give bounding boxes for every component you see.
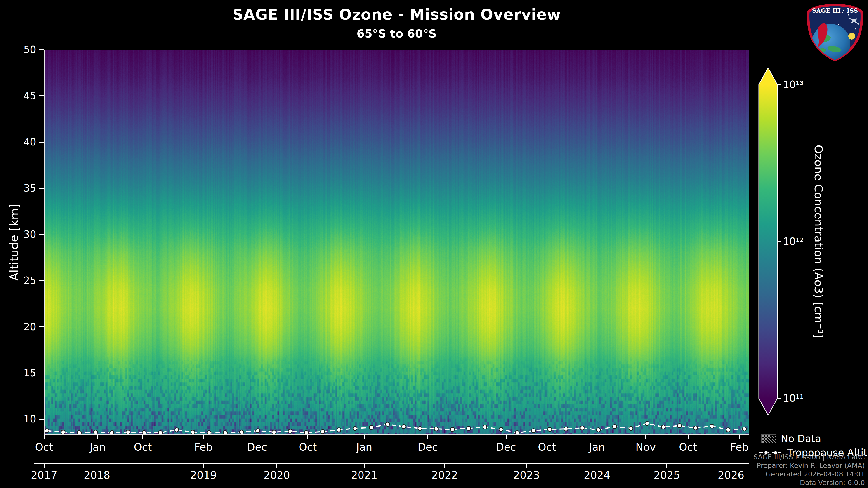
y-axis-tick-label: 20: [10, 321, 36, 333]
credits-block: SAGE III/ISS Mission | NASA LaRC Prepare…: [753, 453, 865, 487]
credit-line: Generated 2026-04-08 14:01: [753, 470, 865, 479]
x-axis-month-tick: [307, 435, 308, 440]
y-axis-tick: [39, 234, 44, 235]
x-axis-year-tick: [276, 463, 277, 468]
no-data-label: No Data: [781, 433, 821, 445]
colorbar-tick-label: 10¹³: [783, 79, 804, 91]
y-axis-tick-label: 50: [10, 44, 36, 56]
x-axis-year-tick: [203, 463, 204, 468]
plot-spine-left: [44, 50, 45, 435]
x-axis-year-label: 2021: [344, 469, 384, 481]
x-axis-month-label: Oct: [26, 441, 62, 453]
x-axis-month-label: Dec: [410, 441, 446, 453]
plot-spine-right: [749, 50, 749, 435]
y-axis-tick-label: 30: [10, 229, 36, 240]
logo-earth: [811, 24, 850, 63]
colorbar-body: [759, 68, 777, 415]
x-axis-year-label: 2018: [76, 469, 117, 481]
x-axis-month-label: Dec: [488, 441, 524, 453]
y-axis-tick-label: 35: [10, 182, 36, 194]
figure: SAGE III/ISS Ozone - Mission Overview 65…: [0, 0, 868, 488]
year-axis-line: [34, 463, 749, 464]
logo-text: SAGE III · ISS: [812, 7, 858, 14]
logo-sun: [848, 33, 855, 39]
colorbar-tick: [777, 241, 781, 242]
colorbar-tick-label: 10¹²: [783, 236, 804, 248]
credit-line: SAGE III/ISS Mission | NASA LaRC: [753, 453, 865, 461]
x-axis-month-tick: [256, 435, 257, 440]
x-axis-month-tick: [645, 435, 646, 440]
x-axis-year-label: 2026: [711, 469, 751, 481]
chart-subtitle: 65°S to 60°S: [44, 27, 749, 40]
legend-no-data: No Data: [761, 433, 821, 445]
x-axis-year-tick: [43, 463, 44, 468]
x-axis-year-label: 2020: [256, 469, 297, 481]
x-axis-month-label: Jan: [579, 441, 615, 453]
x-axis-month-tick: [596, 435, 597, 440]
x-axis-month-label: Feb: [721, 441, 757, 453]
no-data-hatch-icon: [761, 434, 776, 443]
y-axis-label: Altitude [km]: [7, 203, 21, 281]
y-axis-tick: [39, 372, 44, 373]
x-axis-month-label: Oct: [125, 441, 161, 453]
colorbar-tick-label: 10¹¹: [783, 392, 804, 404]
x-axis-year-label: 2022: [424, 469, 465, 481]
x-axis-month-label: Jan: [80, 441, 116, 453]
x-axis-month-tick: [739, 435, 740, 440]
y-axis-tick: [39, 49, 44, 50]
x-axis-month-tick: [427, 435, 428, 440]
x-axis-month-tick: [364, 435, 365, 440]
y-axis-tick-label: 15: [10, 367, 36, 379]
credit-line: Data Version: 6.0.0: [753, 479, 865, 487]
x-axis-month-label: Jan: [346, 441, 382, 453]
x-axis-year-tick: [731, 463, 732, 468]
y-axis-tick-label: 45: [10, 90, 36, 102]
colorbar: [758, 67, 778, 416]
plot-spine-bottom: [44, 434, 749, 435]
x-axis-month-tick: [547, 435, 548, 440]
x-axis-month-tick: [688, 435, 688, 440]
x-axis-year-label: 2024: [577, 469, 617, 481]
x-axis-year-label: 2023: [506, 469, 547, 481]
credit-line: Preparer: Kevin R. Leavor (AMA): [753, 461, 865, 470]
y-axis-tick: [39, 188, 44, 189]
x-axis-month-label: Feb: [185, 441, 221, 453]
x-axis-month-tick: [203, 435, 204, 440]
y-axis-tick: [39, 326, 44, 327]
y-axis-tick: [39, 280, 44, 281]
x-axis-year-tick: [364, 463, 365, 468]
y-axis-tick: [39, 142, 44, 142]
plot-spine-top: [44, 50, 749, 51]
x-axis-month-label: Oct: [529, 441, 565, 453]
colorbar-tick: [777, 84, 781, 85]
x-axis-month-tick: [143, 435, 143, 440]
x-axis-year-label: 2025: [647, 469, 687, 481]
sage-iii-iss-logo: SAGE III · ISS: [804, 3, 866, 63]
tropopause-overlay-canvas: [44, 50, 749, 435]
x-axis-year-label: 2019: [183, 469, 224, 481]
x-axis-month-label: Dec: [239, 441, 275, 453]
x-axis-year-tick: [96, 463, 97, 468]
chart-title: SAGE III/ISS Ozone - Mission Overview: [44, 6, 749, 23]
y-axis-tick-label: 10: [10, 413, 36, 425]
x-axis-year-tick: [596, 463, 597, 468]
x-axis-year-tick: [526, 463, 527, 468]
x-axis-month-tick: [506, 435, 506, 440]
y-axis-tick: [39, 95, 44, 96]
x-axis-year-label: 2017: [24, 469, 64, 481]
x-axis-month-label: Nov: [627, 441, 664, 453]
y-axis-tick-label: 25: [10, 275, 36, 287]
colorbar-label: Ozone Concentration (Ao3) [cm⁻³]: [812, 145, 825, 338]
x-axis-year-tick: [444, 463, 445, 468]
x-axis-month-label: Oct: [290, 441, 326, 453]
colorbar-tick: [777, 398, 781, 399]
x-axis-year-tick: [666, 463, 667, 468]
x-axis-month-label: Oct: [670, 441, 706, 453]
x-axis-month-tick: [43, 435, 44, 440]
heatmap-plot-area: [44, 50, 749, 435]
y-axis-tick-label: 40: [10, 136, 36, 148]
x-axis-month-tick: [97, 435, 98, 440]
y-axis-tick: [39, 419, 44, 420]
